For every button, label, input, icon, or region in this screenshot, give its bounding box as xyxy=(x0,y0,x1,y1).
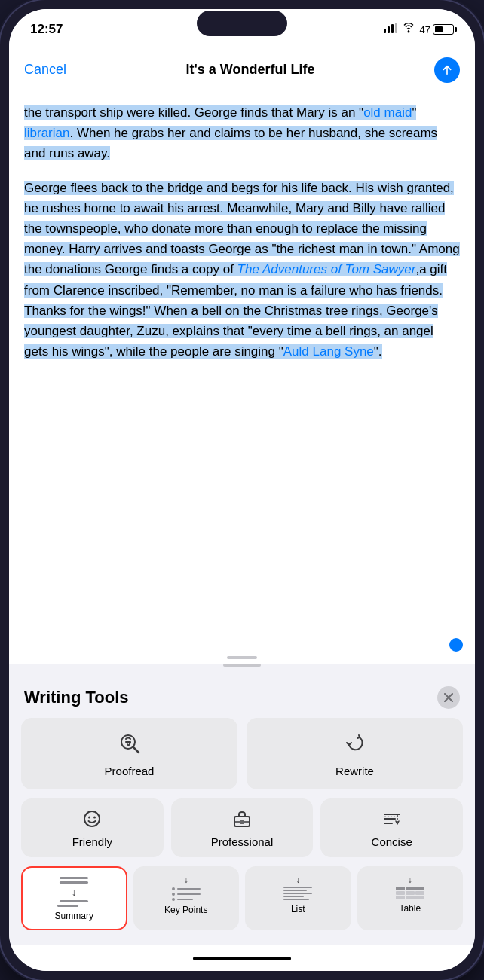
svg-point-4 xyxy=(407,31,409,33)
phone-screen: 12:57 4 xyxy=(9,9,475,971)
list-icon: ↓ xyxy=(250,875,347,900)
svg-point-8 xyxy=(84,811,100,826)
small-tools-row: ↓ Summary ↓ xyxy=(21,866,463,930)
link-auld-lang-syne: Auld Lang Syne xyxy=(283,344,374,359)
battery-indicator: 47 xyxy=(420,24,454,35)
panel-scroll-indicator xyxy=(223,664,261,667)
status-time: 12:57 xyxy=(30,22,63,37)
svg-rect-3 xyxy=(395,23,397,33)
smiley-icon xyxy=(82,809,102,831)
svg-point-10 xyxy=(93,817,96,819)
send-icon xyxy=(441,64,453,76)
large-tools-row: Proofread Rewrite xyxy=(21,718,463,789)
medium-tools-row: Friendly Professional xyxy=(21,798,463,857)
panel-title: Writing Tools xyxy=(24,688,129,707)
keypoints-label: Key Points xyxy=(164,905,207,915)
concise-button[interactable]: Concise xyxy=(320,798,463,857)
list-button[interactable]: ↓ List xyxy=(245,866,351,930)
cancel-button[interactable]: Cancel xyxy=(24,62,66,78)
summary-button[interactable]: ↓ Summary xyxy=(21,866,127,930)
phone-frame: 12:57 4 xyxy=(0,0,484,980)
concise-label: Concise xyxy=(372,835,412,848)
battery-level: 47 xyxy=(420,24,430,35)
wifi-icon xyxy=(402,23,415,36)
svg-rect-1 xyxy=(388,26,390,33)
proofread-icon xyxy=(118,731,142,759)
home-bar xyxy=(193,957,291,960)
friendly-button[interactable]: Friendly xyxy=(21,798,164,857)
battery-icon xyxy=(433,24,454,35)
link-old-maid: old maid xyxy=(363,105,412,120)
list-label: List xyxy=(291,904,305,914)
scroll-indicator xyxy=(227,656,257,659)
panel-header: Writing Tools xyxy=(21,674,463,718)
svg-rect-0 xyxy=(384,29,386,33)
rewrite-button[interactable]: Rewrite xyxy=(247,718,463,789)
close-icon xyxy=(444,693,453,702)
page-title: It's a Wonderful Life xyxy=(186,62,315,78)
link-tom-sawyer: The Adventures of Tom Sawyer xyxy=(237,262,416,276)
briefcase-icon xyxy=(232,809,252,831)
link-librarian: librarian xyxy=(24,126,69,140)
professional-button[interactable]: Professional xyxy=(171,798,314,857)
keypoints-button[interactable]: ↓ xyxy=(133,866,240,930)
rewrite-label: Rewrite xyxy=(335,765,374,777)
svg-line-6 xyxy=(133,747,139,753)
proofread-label: Proofread xyxy=(105,765,155,777)
writing-tools-panel: Writing Tools xyxy=(9,664,475,945)
drag-handle[interactable] xyxy=(449,638,463,652)
status-icons: 47 xyxy=(384,23,454,36)
signal-icon xyxy=(384,23,397,36)
nav-bar: Cancel It's a Wonderful Life xyxy=(9,50,475,90)
selected-text-2: George flees back to the bridge and begs… xyxy=(24,181,460,359)
dynamic-island xyxy=(197,11,287,36)
rewrite-icon xyxy=(343,731,367,759)
text-content-area[interactable]: the transport ship were killed. George f… xyxy=(9,90,475,664)
concise-icon xyxy=(382,809,402,831)
text-scroll: the transport ship were killed. George f… xyxy=(9,90,475,664)
table-icon: ↓ xyxy=(362,875,459,899)
close-button[interactable] xyxy=(437,686,460,709)
svg-rect-2 xyxy=(391,24,394,33)
svg-point-9 xyxy=(88,817,90,819)
table-button[interactable]: ↓ xyxy=(357,866,464,930)
professional-label: Professional xyxy=(211,835,274,848)
summary-icon: ↓ xyxy=(27,877,121,907)
selected-text: the transport ship were killed. George f… xyxy=(24,105,437,160)
table-label: Table xyxy=(399,903,421,914)
summary-label: Summary xyxy=(55,911,93,921)
send-button[interactable] xyxy=(434,57,460,83)
home-indicator xyxy=(9,945,475,971)
friendly-label: Friendly xyxy=(72,835,112,848)
keypoints-icon: ↓ xyxy=(138,875,235,901)
proofread-button[interactable]: Proofread xyxy=(21,718,237,789)
